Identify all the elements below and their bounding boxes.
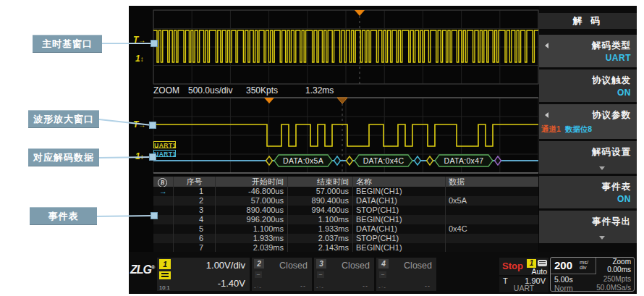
acq-mode: Norm	[554, 284, 573, 292]
decode-menu: 解 码 解码类型 UART 协议触发 ON 协议参数 通道1 数据位8 解码设置	[539, 6, 637, 252]
zoom-bar-label: ZOOM	[153, 85, 179, 96]
timebase-block[interactable]: 200 ms/ div Zoom 0.00ms 5.00s 250Mpts No…	[550, 257, 635, 292]
zlg-logo: ZLG®	[130, 263, 154, 276]
timebase-unit: ms/ div	[580, 260, 588, 270]
callout-handle	[149, 122, 156, 129]
run-state: Stop	[502, 261, 523, 271]
left-arrow-icon	[545, 112, 548, 118]
col-data: 数据	[446, 177, 538, 187]
callout-handle	[151, 40, 158, 47]
uart1-bus-label-cyan: UART1	[153, 150, 176, 157]
event-table-body: →1-46.800us57.000usBEGIN(CH1)257.000us89…	[153, 187, 538, 253]
timebase-scale: 200	[554, 259, 572, 271]
chevron-down-icon	[599, 166, 605, 170]
status-bar: ZLG® 1 10:1 1.00V/div -1.40V 2 – Closed …	[129, 252, 637, 293]
callout-main-window: 主时基窗口	[33, 35, 102, 53]
record-time: 5.00s	[554, 275, 573, 284]
col-name: 名称	[353, 177, 446, 187]
col-start: 开始时间	[216, 177, 288, 187]
param-databits: 数据位8	[565, 124, 592, 133]
param-channel: 通道1	[541, 124, 561, 133]
svg-text:DATA:0x5A: DATA:0x5A	[283, 156, 323, 165]
channel2-block[interactable]: 2 – Closed -·- --	[252, 258, 312, 291]
callout-event-table: 事件表	[30, 207, 97, 225]
channel4-block[interactable]: 4 – Closed -·- --	[376, 258, 436, 291]
menu-item-decode-type[interactable]: 解码类型 UART	[539, 35, 637, 67]
coupling-off-icon: –	[317, 271, 324, 278]
callout-zoom-window: 波形放大窗口	[28, 110, 99, 128]
callout-decode-data: 对应解码数据	[28, 148, 99, 166]
coupling-off-icon: –	[255, 271, 262, 278]
channel3-status: Closed	[342, 261, 370, 271]
menu-title: 解 码	[539, 13, 637, 29]
trigger-type: UART	[499, 284, 548, 292]
channel3-badge: 3	[316, 259, 326, 268]
current-row-arrow-icon: →	[153, 187, 167, 195]
callout-handle	[149, 153, 156, 161]
channel3-block[interactable]: 3 – Closed -·- --	[314, 258, 374, 291]
channel1-block[interactable]: 1 10:1 1.00V/div -1.40V	[157, 258, 250, 291]
table-row[interactable]: 257.000us890.400usDATA(CH1)0x5A	[153, 196, 538, 206]
callout-handle	[151, 212, 158, 219]
table-row[interactable]: 61.933ms2.037msSTOP(CH1)	[153, 234, 538, 243]
channel2-badge: 2	[254, 259, 264, 268]
menu-item-event-table[interactable]: 事件表 ON	[539, 176, 637, 208]
channel4-status: Closed	[404, 261, 432, 271]
main-trigger-marker[interactable]: T→	[133, 35, 145, 45]
chevron-down-icon	[599, 236, 605, 240]
menu-item-decode-settings[interactable]: 解码设置	[539, 141, 637, 174]
zoom-offset: 0.00ms	[607, 266, 631, 274]
table-row[interactable]: 3890.400us994.400usSTOP(CH1)	[153, 206, 538, 215]
menu-item-event-export[interactable]: 事件导出	[539, 211, 637, 243]
channel1-badge: 1	[159, 259, 171, 269]
page: DATA:0x5ADATA:0x4CDATA:0x47 T→ 1↕ ZOOM 5…	[0, 0, 644, 296]
coupling-off-icon: –	[379, 271, 386, 278]
channel2-status: Closed	[279, 261, 308, 271]
event-table-header: B 序号 开始时间 结束时间 名称 数据	[153, 177, 538, 187]
col-end: 结束时间	[288, 177, 353, 187]
channel4-badge: 4	[378, 259, 389, 268]
oscilloscope-screen: DATA:0x5ADATA:0x4CDATA:0x47 T→ 1↕ ZOOM 5…	[129, 6, 637, 294]
sample-rate: 50.0MSa/s	[596, 284, 631, 292]
menu-item-protocol-params[interactable]: 协议参数 通道1 数据位8	[539, 104, 637, 139]
svg-text:DATA:0x47: DATA:0x47	[444, 156, 484, 165]
zoom-label: Zoom	[607, 258, 631, 266]
event-table: B 序号 开始时间 结束时间 名称 数据 →1-46.800us57.000us…	[153, 177, 538, 253]
dc-coupling-icon	[159, 271, 171, 279]
channel1-scale: 1.00V/div	[206, 260, 245, 271]
zoom-bar-points: 350Kpts	[246, 85, 278, 96]
main-channel1-marker[interactable]: 1↕	[135, 54, 144, 64]
table-row[interactable]: 51.100ms1.933msDATA(CH1)0x4C	[153, 224, 538, 234]
col-seq: 序号	[174, 177, 216, 187]
probe-ratio: 10:1	[159, 284, 170, 291]
trigger-edge-icon	[538, 260, 547, 266]
table-row[interactable]: 4996.200us1.100msBEGIN(CH1)	[153, 215, 538, 224]
zoom-channel1-marker[interactable]: 1↕	[135, 152, 144, 161]
acquisition-status-block[interactable]: Stop 1 Auto	[499, 258, 548, 275]
record-points: 250Mpts	[603, 275, 631, 283]
zoom-trigger-marker[interactable]: T→	[133, 120, 145, 130]
svg-text:DATA:0x4C: DATA:0x4C	[363, 156, 404, 165]
trigger-mode: Auto	[531, 267, 547, 276]
channel1-offset: -1.40V	[218, 278, 245, 289]
uart1-bus-label-yellow: UART1	[153, 141, 176, 148]
table-row[interactable]: →1-46.800us57.000usBEGIN(CH1)	[153, 187, 538, 196]
bus-icon: B	[158, 178, 167, 187]
menu-item-protocol-trigger[interactable]: 协议触发 ON	[539, 69, 637, 102]
trigger-info-block[interactable]: T 1.90V UART	[499, 276, 548, 292]
zoom-bar-scale: 500.0us/div	[188, 85, 232, 96]
left-arrow-icon	[545, 43, 548, 48]
zoom-bar-offset: 1.32ms	[305, 85, 334, 96]
